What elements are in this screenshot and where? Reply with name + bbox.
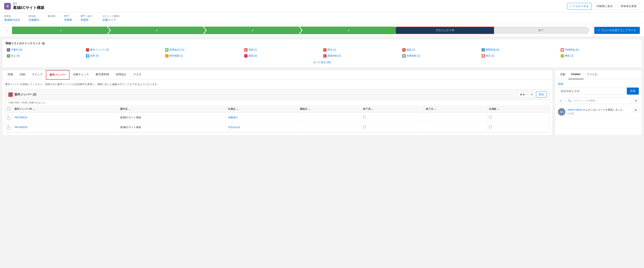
- complete-phase-button[interactable]: ✓ フェーズを完了としてマーク: [594, 27, 640, 34]
- list-item[interactable]: 📦 受注 (1): [322, 47, 401, 52]
- sort-start-date[interactable]: 開始日 ⌄: [300, 107, 359, 111]
- row2-num: 2: [8, 124, 9, 127]
- meta-dept-acc-value[interactable]: 営業部: [80, 18, 94, 22]
- tab-reuse[interactable]: 案件再利用: [92, 70, 112, 79]
- list-item[interactable]: 💴 売上 (0): [6, 53, 85, 58]
- stage-5[interactable]: プロジェクト中: [396, 27, 494, 34]
- row1-member-id-link[interactable]: PM-000014: [14, 116, 28, 119]
- table-header: 👤 案件メンバー (3) ⚙ ▼ ↺ 新規: [6, 89, 550, 100]
- tab-detail[interactable]: 詳細: [16, 70, 28, 79]
- list-item[interactable]: 👤 案件メンバー (3): [85, 47, 164, 52]
- row1-emp-end-checkbox[interactable]: [489, 116, 492, 118]
- feed-expand-button[interactable]: ▼: [633, 108, 639, 112]
- list-item[interactable]: 📋 見積 (1): [243, 47, 322, 52]
- sort-done[interactable]: 終了済 ⌄: [363, 107, 422, 111]
- quick-link-badge-0: ⬡: [7, 48, 10, 52]
- row2-emp-end-checkbox[interactable]: [489, 125, 492, 128]
- quick-link-badge-6: 💰: [482, 48, 485, 52]
- post-section: 投稿 共有: [558, 82, 639, 95]
- follow-button[interactable]: + フォローする: [567, 3, 592, 10]
- meta-client-value[interactable]: 葛城株式会社: [4, 18, 20, 22]
- right-tab-bar: 活動 Chatter ファイル: [555, 70, 642, 79]
- row2-member-id-link[interactable]: PM-000020: [14, 126, 28, 129]
- list-item[interactable]: 📬 調達依頼 (2): [322, 53, 401, 58]
- stage-6[interactable]: 終了: [492, 27, 590, 34]
- quick-link-text-1: 案件メンバー (3): [90, 48, 109, 52]
- stage-1[interactable]: ✓: [12, 27, 110, 34]
- list-item[interactable]: 🚚 納品 (1): [401, 47, 480, 52]
- print-button[interactable]: 印刷用に表示: [594, 3, 616, 10]
- row2-start-date: [298, 122, 361, 132]
- tab-chatter[interactable]: Chatter: [568, 70, 584, 79]
- stage-4[interactable]: ✓: [300, 27, 398, 34]
- feed-author: Admin Admin さんがこのレコードを更新しました。: [568, 108, 631, 112]
- sort-emp-end[interactable]: 社員終 ⌄: [489, 107, 547, 111]
- quick-link-badge-5: 🚚: [402, 48, 406, 52]
- sort-icon: ⌄: [236, 108, 238, 111]
- sort-employee[interactable]: 社員名 ⌄: [228, 107, 296, 111]
- tab-members[interactable]: 案件メンバー: [46, 70, 70, 80]
- gear-icon: ⚙: [520, 93, 522, 96]
- row2-emp-end: [487, 122, 550, 132]
- post-input[interactable]: [558, 88, 625, 95]
- meta-staff: 担当者 佐藤藤吉: [29, 15, 40, 22]
- meta-segment-value[interactable]: 近畿エリア: [102, 18, 120, 22]
- tab-accounting[interactable]: 管理会計: [112, 70, 130, 79]
- sort-member-id[interactable]: 案件メンバーID ⌄: [14, 107, 116, 111]
- refresh-button[interactable]: ↺: [528, 92, 535, 97]
- tab-master[interactable]: マスタ: [130, 70, 144, 79]
- sort-icon: ⌄: [497, 108, 500, 111]
- row1-done-checkbox[interactable]: [363, 116, 366, 118]
- quick-link-text-5: 納品 (1): [406, 48, 415, 52]
- row1-employee-link[interactable]: 加藤庚介: [228, 116, 238, 119]
- row2-employee-link[interactable]: 中谷みゆき: [228, 126, 240, 129]
- list-item[interactable]: ⬡ 子案件 (0): [6, 47, 85, 52]
- tab-legal[interactable]: 法務チェック: [70, 70, 92, 79]
- row1-checkbox-cell: 1: [6, 113, 12, 122]
- tab-activity[interactable]: 活動: [557, 70, 568, 79]
- row2-checkbox[interactable]: [8, 127, 10, 130]
- sort-icon: ↕↑: [560, 99, 562, 102]
- stage-2-label: ✓: [156, 29, 158, 32]
- tab-steps[interactable]: ステップ: [28, 70, 46, 79]
- sort-end-date[interactable]: 終了日 ⌄: [426, 107, 485, 111]
- select-all-checkbox[interactable]: [8, 107, 10, 110]
- list-item[interactable]: 🛒 調達 (3): [243, 53, 322, 58]
- tab-bar: 関連 詳細 ステップ 案件メンバー 法務チェック 案件再利用 管理会計 マスタ: [2, 70, 552, 79]
- list-item[interactable]: 📊 管理会計2 (1): [164, 47, 243, 52]
- feed-author-link[interactable]: Admin Admin: [568, 108, 582, 111]
- row2-case-name: 葛城ECサイト構築: [118, 122, 226, 132]
- table-title: 案件メンバー (3): [14, 93, 36, 96]
- stage-prev-button[interactable]: ›: [4, 28, 10, 33]
- list-item[interactable]: ✅ 検収 (1): [559, 53, 638, 58]
- list-item[interactable]: 📐 制作指図 (1): [164, 53, 243, 58]
- app-icon: 🖥: [4, 3, 11, 10]
- row2-employee: 中谷みゆき: [226, 122, 298, 132]
- feed-refresh-button[interactable]: ↺: [633, 98, 639, 103]
- stage-3[interactable]: ✓: [204, 27, 302, 34]
- share-button[interactable]: 共有: [627, 87, 639, 95]
- post-label[interactable]: 投稿: [558, 82, 639, 86]
- list-item[interactable]: 📝 見積依頼 (1): [401, 53, 480, 58]
- sort-button[interactable]: ↕↑: [558, 98, 564, 103]
- quick-links-title-text: 関連リストのクイックリンク: [6, 42, 41, 45]
- owner-button[interactable]: 所有者を変更: [618, 3, 640, 10]
- tab-files[interactable]: ファイル: [584, 70, 600, 79]
- list-item[interactable]: 📈 T&M収益 (0): [559, 47, 638, 52]
- meta-client: 得意先 葛城株式会社: [4, 15, 20, 22]
- sort-case-name[interactable]: 案件名 ⌄: [120, 107, 224, 111]
- tab-related[interactable]: 関連: [4, 70, 16, 79]
- meta-dept-value[interactable]: 営業部: [64, 18, 72, 22]
- list-item[interactable]: 🧾 請求 (0): [85, 53, 164, 58]
- meta-staff-value[interactable]: 佐藤藤吉: [29, 18, 40, 22]
- row1-checkbox[interactable]: [8, 117, 10, 120]
- show-all-link[interactable]: すべて表示 (36): [6, 60, 638, 65]
- quick-link-text-14: 発注 (1): [486, 54, 494, 58]
- row2-done-checkbox[interactable]: [363, 125, 366, 128]
- list-item[interactable]: 📄 発注 (1): [480, 53, 559, 58]
- stage-2[interactable]: ✓: [108, 27, 206, 34]
- list-item[interactable]: 💰 期間収益 (0): [480, 47, 559, 52]
- quick-link-badge-10: 📐: [165, 54, 168, 58]
- gear-button[interactable]: ⚙ ▼: [518, 92, 527, 97]
- new-record-button[interactable]: 新規: [536, 91, 546, 97]
